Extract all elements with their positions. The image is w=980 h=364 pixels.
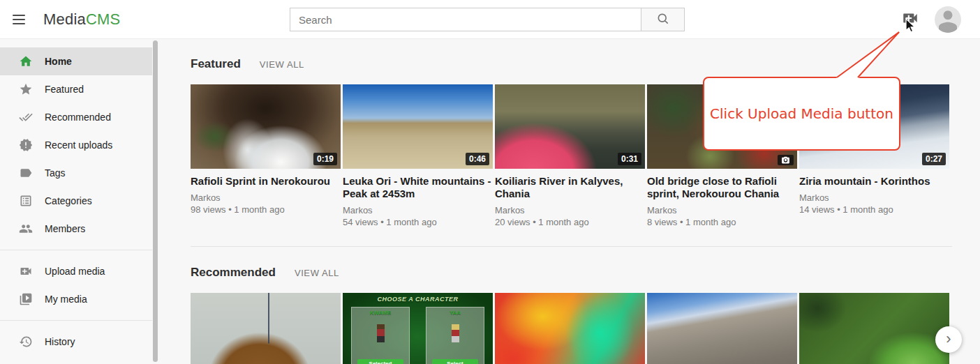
- video-thumbnail[interactable]: CHOOSE A CHARACTER KWAME Selected YAA Se…: [343, 293, 493, 364]
- sidebar: Home Featured Recommended Recent uploads…: [0, 39, 152, 364]
- duration-badge: 0:46: [466, 153, 489, 165]
- sidebar-item-label: Recommended: [45, 112, 111, 123]
- media-card: 0:46 Leuka Ori - White mountains - Peak …: [343, 84, 493, 246]
- media-author[interactable]: Markos: [343, 204, 493, 216]
- sidebar-item-label: Home: [45, 56, 72, 67]
- character-panel: KWAME Selected: [351, 307, 410, 364]
- mouse-cursor: [905, 18, 916, 33]
- media-author[interactable]: Markos: [191, 192, 341, 204]
- duration-badge: 0:19: [313, 153, 337, 165]
- media-card: [647, 293, 797, 364]
- media-meta: 20 views • 1 month ago: [495, 216, 645, 228]
- hamburger-icon: [13, 15, 25, 16]
- video-thumbnail[interactable]: [495, 293, 645, 364]
- character-sprite: [377, 324, 385, 342]
- featured-section-header: Featured VIEW ALL: [191, 57, 952, 71]
- logo-text-media: Media: [43, 10, 86, 29]
- video-call-icon: [19, 264, 33, 278]
- logo-text-cms: CMS: [86, 10, 121, 29]
- character-panel: YAA Select: [426, 307, 484, 364]
- video-library-icon: [19, 292, 33, 306]
- sidebar-item-label: Featured: [45, 84, 84, 95]
- people-icon: [19, 222, 33, 236]
- camera-icon: [781, 156, 790, 165]
- home-icon: [19, 54, 33, 68]
- sidebar-item-label: History: [45, 336, 75, 347]
- recommended-cards-row: CHOOSE A CHARACTER KWAME Selected YAA Se…: [191, 293, 952, 364]
- media-title[interactable]: Ziria mountain - Korinthos: [799, 175, 949, 188]
- done-all-icon: [19, 110, 33, 124]
- section-title: Featured: [191, 57, 241, 71]
- view-all-link[interactable]: VIEW ALL: [260, 59, 304, 70]
- carousel-next-button[interactable]: ›: [935, 326, 962, 353]
- media-title[interactable]: Koiliaris River in Kalyves, Chania: [495, 175, 645, 200]
- media-title[interactable]: Leuka Ori - White mountains - Peak at 24…: [343, 175, 493, 200]
- view-all-link[interactable]: VIEW ALL: [295, 268, 339, 278]
- media-card: [495, 293, 645, 364]
- video-thumbnail[interactable]: [191, 293, 341, 364]
- selected-button: Selected: [357, 359, 403, 364]
- sidebar-item-featured[interactable]: Featured: [0, 75, 152, 103]
- video-thumbnail[interactable]: 0:31: [495, 84, 645, 169]
- video-thumbnail[interactable]: 0:46: [343, 84, 493, 169]
- media-meta: 98 views • 1 month ago: [191, 204, 341, 215]
- photo-badge: [778, 155, 794, 165]
- person-icon: [935, 6, 961, 33]
- menu-toggle-button[interactable]: [10, 12, 28, 27]
- media-title[interactable]: Rafioli Sprint in Nerokourou: [191, 175, 341, 188]
- star-icon: [19, 82, 33, 96]
- video-thumbnail[interactable]: 0:19: [191, 84, 341, 169]
- tag-icon: [19, 166, 33, 180]
- media-card: 0:19 Rafioli Sprint in Nerokourou Markos…: [191, 84, 341, 246]
- new-releases-icon: [19, 138, 33, 152]
- sidebar-item-home[interactable]: Home: [0, 47, 152, 75]
- section-title: Recommended: [191, 266, 276, 280]
- media-author[interactable]: Markos: [799, 192, 949, 204]
- chevron-right-icon: ›: [946, 331, 951, 347]
- sidebar-item-label: Members: [45, 223, 85, 234]
- video-thumbnail[interactable]: [647, 293, 797, 364]
- video-thumbnail[interactable]: [799, 293, 949, 364]
- mediacms-logo[interactable]: MediaCMS: [43, 0, 120, 39]
- sidebar-item-my-media[interactable]: My media: [0, 285, 152, 313]
- search-bar: [290, 8, 685, 31]
- media-meta: 8 views • 1 month ago: [647, 216, 797, 228]
- sidebar-item-history[interactable]: History: [0, 328, 152, 356]
- sidebar-item-categories[interactable]: Categories: [0, 187, 152, 215]
- thumbnail-overlay-title: CHOOSE A CHARACTER: [343, 296, 493, 303]
- sidebar-scrollbar[interactable]: [153, 40, 158, 362]
- top-bar: MediaCMS: [0, 0, 980, 39]
- sidebar-item-members[interactable]: Members: [0, 215, 152, 243]
- media-card: 0:31 Koiliaris River in Kalyves, Chania …: [495, 84, 645, 246]
- sidebar-item-recent-uploads[interactable]: Recent uploads: [0, 131, 152, 159]
- sidebar-item-label: Recent uploads: [45, 139, 112, 151]
- sidebar-divider: [0, 250, 152, 250]
- sidebar-item-label: Upload media: [45, 266, 105, 277]
- media-meta: 54 views • 1 month ago: [343, 216, 493, 228]
- select-button: Select: [432, 359, 478, 364]
- duration-badge: 0:27: [922, 153, 946, 165]
- search-icon: [656, 12, 670, 28]
- instruction-callout: Click Upload Media button: [703, 77, 900, 151]
- character-sprite: [452, 324, 459, 342]
- sidebar-item-upload-media[interactable]: Upload media: [0, 257, 152, 285]
- media-card: [799, 293, 949, 364]
- section-divider: [191, 246, 952, 247]
- sidebar-item-label: Tags: [45, 167, 66, 179]
- callout-text: Click Upload Media button: [710, 105, 893, 122]
- user-avatar[interactable]: [935, 6, 961, 33]
- history-icon: [19, 335, 33, 349]
- search-input[interactable]: [290, 8, 641, 31]
- media-author[interactable]: Markos: [647, 204, 797, 216]
- recommended-section-header: Recommended VIEW ALL: [191, 266, 952, 280]
- sidebar-item-recommended[interactable]: Recommended: [0, 103, 152, 131]
- sidebar-item-label: Categories: [45, 195, 92, 206]
- media-author[interactable]: Markos: [495, 204, 645, 216]
- media-card: [191, 293, 341, 364]
- sidebar-item-label: My media: [45, 294, 87, 305]
- media-title[interactable]: Old bridge close to Rafioli sprint, Nero…: [647, 175, 797, 200]
- media-meta: 14 views • 1 month ago: [799, 204, 949, 215]
- duration-badge: 0:31: [618, 153, 641, 165]
- search-button[interactable]: [641, 8, 685, 31]
- sidebar-item-tags[interactable]: Tags: [0, 159, 152, 187]
